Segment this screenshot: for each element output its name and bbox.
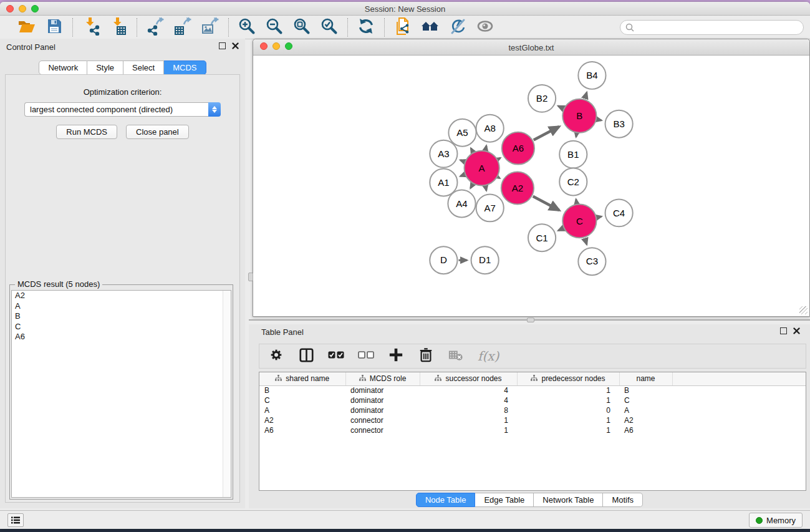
graph-node-B2[interactable]: B2 — [528, 85, 556, 112]
float-table-panel-icon[interactable] — [780, 327, 787, 334]
graph-node-B3[interactable]: B3 — [605, 110, 633, 138]
function-builder-button[interactable]: f(x) — [478, 349, 499, 364]
zoom-in-button[interactable] — [238, 18, 256, 37]
table-settings-gear-button[interactable] — [268, 348, 284, 364]
show-graphics-details-button[interactable] — [476, 18, 494, 37]
tab-mcds[interactable]: MCDS — [164, 60, 206, 75]
graph-node-D[interactable]: D — [430, 246, 457, 274]
open-file-button[interactable] — [17, 18, 36, 37]
graph-node-B4[interactable]: B4 — [578, 62, 605, 89]
mcds-result-item[interactable]: A2 — [12, 291, 231, 301]
mcds-result-item[interactable]: C — [12, 322, 231, 332]
column-header-MCDS-role[interactable]: MCDS role — [345, 372, 420, 385]
delete-column-button[interactable] — [418, 348, 434, 364]
export-table-button[interactable] — [173, 18, 192, 37]
tab-edge-table[interactable]: Edge Table — [475, 493, 534, 507]
graph-edge-A-A6[interactable] — [498, 158, 500, 159]
graph-edge-A-A5[interactable] — [471, 148, 473, 152]
copy-network-button[interactable] — [393, 18, 412, 37]
graph-edge-B-B2[interactable] — [558, 106, 563, 109]
tab-network[interactable]: Network — [39, 60, 87, 75]
run-mcds-button[interactable]: Run MCDS — [56, 125, 117, 139]
graph-node-A3[interactable]: A3 — [430, 140, 457, 168]
import-network-button[interactable] — [82, 18, 100, 37]
houses-overview-button[interactable] — [421, 18, 440, 37]
graph-node-A7[interactable]: A7 — [476, 194, 504, 221]
horizontal-divider-grip[interactable] — [527, 317, 534, 322]
float-panel-icon[interactable] — [219, 42, 226, 49]
tab-select[interactable]: Select — [123, 60, 164, 75]
column-header-successor-nodes[interactable]: successor nodes — [420, 372, 517, 385]
column-header-predecessor-nodes[interactable]: predecessor nodes — [517, 372, 619, 385]
refresh-layout-button[interactable] — [357, 18, 375, 37]
graph-node-C2[interactable]: C2 — [559, 168, 587, 196]
export-image-button[interactable] — [201, 18, 219, 37]
graph-node-A4[interactable]: A4 — [448, 190, 475, 217]
graph-edge-A-A3[interactable] — [460, 160, 464, 162]
import-table-button[interactable] — [109, 18, 128, 37]
graph-edge-A-A8[interactable] — [486, 146, 486, 150]
zoom-selected-button[interactable] — [320, 18, 339, 37]
mcds-result-list[interactable]: A2ABCA6 — [11, 290, 231, 498]
graph-edge-C-C4[interactable] — [597, 216, 602, 217]
network-graph[interactable]: AA1A2A3A4A5A6A7A8BB1B2B3B4CC1C2C3C4DD1 — [254, 56, 809, 316]
column-header-shared-name[interactable]: shared name — [259, 372, 345, 385]
show-panels-menu-button[interactable] — [7, 513, 24, 527]
network-window-titlebar[interactable]: testGlobe.txt — [253, 39, 809, 56]
zoom-out-button[interactable] — [265, 18, 284, 37]
graph-node-C[interactable]: C — [562, 204, 596, 238]
memory-button[interactable]: Memory — [749, 513, 803, 528]
close-panel-icon[interactable] — [232, 42, 239, 49]
graph-node-C4[interactable]: C4 — [605, 199, 633, 226]
mcds-result-item[interactable]: A — [12, 301, 231, 312]
tab-style[interactable]: Style — [87, 60, 123, 75]
save-session-button[interactable] — [45, 18, 64, 37]
graph-node-B1[interactable]: B1 — [559, 141, 587, 168]
mcds-list-scrollbar[interactable] — [223, 291, 231, 497]
search-input[interactable] — [620, 20, 804, 35]
delete-table-button[interactable] — [448, 348, 464, 364]
tab-network-table[interactable]: Network Table — [534, 493, 603, 507]
select-all-checkboxes-button[interactable] — [328, 348, 344, 364]
export-network-button[interactable] — [146, 18, 165, 37]
graph-node-A1[interactable]: A1 — [430, 169, 457, 196]
tab-node-table[interactable]: Node Table — [416, 493, 476, 507]
table-row[interactable]: A6connector11A6 — [259, 425, 806, 435]
graph-edge-A-A7[interactable] — [486, 186, 486, 191]
table-row[interactable]: Cdominator41C — [259, 395, 806, 405]
close-table-panel-icon[interactable] — [793, 327, 800, 334]
graph-node-C1[interactable]: C1 — [528, 224, 556, 251]
graph-node-A2[interactable]: A2 — [501, 172, 534, 205]
toggle-columns-button[interactable] — [298, 348, 314, 364]
graph-edge-B-B1[interactable] — [576, 133, 577, 137]
graph-edge-A-A4[interactable] — [471, 185, 473, 188]
add-column-button[interactable] — [388, 348, 404, 364]
graph-edge-B-B3[interactable] — [597, 120, 602, 120]
graph-edge-A6-B[interactable] — [534, 127, 559, 140]
graph-node-A8[interactable]: A8 — [476, 115, 504, 142]
hide-graphics-details-button[interactable] — [448, 18, 467, 37]
criterion-dropdown[interactable]: largest connected component (directed) — [24, 102, 221, 117]
table-row[interactable]: Bdominator41B — [259, 385, 806, 395]
graph-edge-C-C2[interactable] — [576, 200, 577, 203]
table-row[interactable]: A2connector11A2 — [259, 415, 806, 425]
graph-edge-B-B4[interactable] — [585, 92, 587, 99]
criterion-dropdown-stepper[interactable] — [208, 102, 221, 117]
graph-node-C3[interactable]: C3 — [578, 248, 605, 275]
vertical-divider-grip[interactable] — [248, 273, 253, 281]
graph-node-D1[interactable]: D1 — [471, 246, 499, 274]
graph-edge-C-C1[interactable] — [558, 228, 563, 230]
mcds-result-item[interactable]: B — [12, 311, 231, 322]
graph-edge-A-A1[interactable] — [460, 175, 464, 176]
table-row[interactable]: Adominator80A — [259, 405, 806, 415]
column-header-name[interactable]: name — [619, 372, 672, 385]
close-panel-button[interactable]: Close panel — [126, 125, 189, 139]
graph-node-A6[interactable]: A6 — [502, 132, 534, 165]
mcds-result-item[interactable]: A6 — [12, 332, 231, 342]
zoom-fit-button[interactable] — [292, 18, 311, 37]
graph-node-B[interactable]: B — [562, 99, 596, 133]
graph-edge-A2-C[interactable] — [533, 196, 559, 210]
graph-edge-C-C3[interactable] — [585, 238, 587, 244]
graph-edge-A-A2[interactable] — [498, 177, 499, 178]
graph-node-A[interactable]: A — [465, 151, 499, 186]
